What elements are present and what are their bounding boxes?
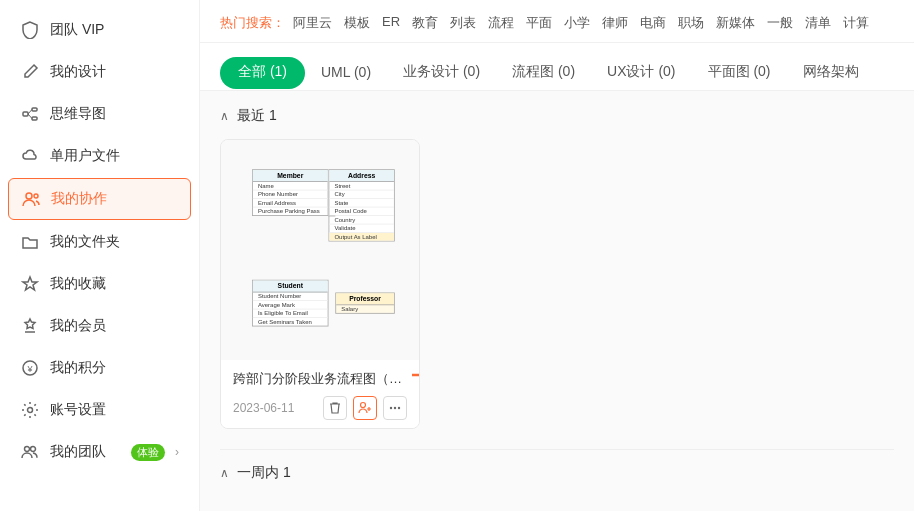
design-card-1[interactable]: Member Name Phone Number Email Address P… — [220, 139, 420, 429]
sidebar-item-label: 我的设计 — [50, 63, 179, 81]
sidebar-item-team-vip[interactable]: 团队 VIP — [0, 10, 199, 50]
svg-text:¥: ¥ — [26, 364, 33, 374]
top-bar: 热门搜索： 阿里云 模板 ER 教育 列表 流程 平面 小学 律师 电商 职场 … — [200, 0, 914, 43]
svg-point-5 — [26, 193, 32, 199]
collect-icon — [20, 274, 40, 294]
tab-network[interactable]: 网络架构 — [787, 55, 875, 91]
section-week: ∧ 一周内 1 — [220, 464, 894, 482]
pencil-icon — [20, 62, 40, 82]
hot-label: 热门搜索： — [220, 14, 285, 32]
hot-item-10[interactable]: 职场 — [678, 14, 704, 32]
sidebar-item-label: 单用户文件 — [50, 147, 179, 165]
member-icon — [20, 316, 40, 336]
tab-uml[interactable]: UML (0) — [305, 56, 387, 90]
svg-point-17 — [394, 407, 396, 409]
more-button[interactable] — [383, 396, 407, 420]
sidebar-item-label: 我的团队 — [50, 443, 121, 461]
hot-item-11[interactable]: 新媒体 — [716, 14, 755, 32]
hot-item-12[interactable]: 一般 — [767, 14, 793, 32]
hot-item-5[interactable]: 流程 — [488, 14, 514, 32]
section-title-week: 一周内 1 — [237, 464, 291, 482]
uml-diagram: Member Name Phone Number Email Address P… — [244, 165, 397, 335]
svg-point-9 — [28, 408, 33, 413]
svg-rect-2 — [32, 117, 37, 120]
sidebar-item-my-design[interactable]: 我的设计 — [0, 52, 199, 92]
hot-item-0[interactable]: 阿里云 — [293, 14, 332, 32]
hot-item-6[interactable]: 平面 — [526, 14, 552, 32]
mindmap-icon — [20, 104, 40, 124]
section-recent: ∧ 最近 1 — [220, 107, 894, 125]
tab-ux[interactable]: UX设计 (0) — [591, 55, 691, 91]
hot-item-7[interactable]: 小学 — [564, 14, 590, 32]
points-icon: ¥ — [20, 358, 40, 378]
hot-search: 热门搜索： 阿里云 模板 ER 教育 列表 流程 平面 小学 律师 电商 职场 … — [220, 14, 894, 32]
card-date-1: 2023-06-11 — [233, 401, 294, 415]
main-content: 热门搜索： 阿里云 模板 ER 教育 列表 流程 平面 小学 律师 电商 职场 … — [200, 0, 914, 511]
svg-point-16 — [390, 407, 392, 409]
sidebar-item-my-collab[interactable]: 我的协作 — [8, 178, 191, 220]
delete-button[interactable] — [323, 396, 347, 420]
sidebar-item-my-member[interactable]: 我的会员 — [0, 306, 199, 346]
hot-items: 阿里云 模板 ER 教育 列表 流程 平面 小学 律师 电商 职场 新媒体 一般… — [293, 14, 869, 32]
svg-point-11 — [31, 447, 36, 452]
team-badge: 体验 — [131, 444, 165, 461]
card-actions-1 — [323, 396, 407, 420]
card-grid-recent: Member Name Phone Number Email Address P… — [220, 139, 894, 429]
tab-flowchart[interactable]: 流程图 (0) — [496, 55, 591, 91]
svg-point-10 — [25, 447, 30, 452]
filter-bar: 全部 (1) UML (0) 业务设计 (0) 流程图 (0) UX设计 (0)… — [200, 43, 914, 91]
collab-icon — [21, 189, 41, 209]
card-info-1: 跨部门分阶段业务流程图（泳道... 2023-06-11 — [221, 360, 419, 428]
hot-item-9[interactable]: 电商 — [640, 14, 666, 32]
card-title-1: 跨部门分阶段业务流程图（泳道... — [233, 370, 407, 388]
add-collaborator-button[interactable] — [353, 396, 377, 420]
sidebar-item-my-team[interactable]: 我的团队 体验 › — [0, 432, 199, 472]
sidebar: 团队 VIP 我的设计 思维导图 单用户文件 我的协作 我的文件夹 — [0, 0, 200, 511]
tab-business[interactable]: 业务设计 (0) — [387, 55, 496, 91]
sidebar-item-label: 我的文件夹 — [50, 233, 179, 251]
gear-icon — [20, 400, 40, 420]
sidebar-item-my-folder[interactable]: 我的文件夹 — [0, 222, 199, 262]
folder-icon — [20, 232, 40, 252]
sidebar-item-account[interactable]: 账号设置 — [0, 390, 199, 430]
svg-line-3 — [28, 110, 32, 115]
cloud-icon — [20, 146, 40, 166]
hot-item-14[interactable]: 计算 — [843, 14, 869, 32]
collapse-arrow-week[interactable]: ∧ — [220, 466, 229, 480]
sidebar-item-label: 我的收藏 — [50, 275, 179, 293]
sidebar-item-mind-map[interactable]: 思维导图 — [0, 94, 199, 134]
sidebar-item-my-collect[interactable]: 我的收藏 — [0, 264, 199, 304]
hot-item-1[interactable]: 模板 — [344, 14, 370, 32]
card-footer-1: 2023-06-11 — [233, 396, 407, 420]
sidebar-item-my-points[interactable]: ¥ 我的积分 — [0, 348, 199, 388]
svg-line-4 — [28, 114, 32, 119]
hot-item-8[interactable]: 律师 — [602, 14, 628, 32]
tab-all[interactable]: 全部 (1) — [220, 57, 305, 89]
hot-item-2[interactable]: ER — [382, 14, 400, 32]
sidebar-item-label: 账号设置 — [50, 401, 179, 419]
chevron-right-icon: › — [175, 445, 179, 459]
svg-rect-1 — [32, 108, 37, 111]
sidebar-item-label: 思维导图 — [50, 105, 179, 123]
collapse-arrow[interactable]: ∧ — [220, 109, 229, 123]
sidebar-item-label: 团队 VIP — [50, 21, 179, 39]
sidebar-item-label: 我的会员 — [50, 317, 179, 335]
team-icon — [20, 442, 40, 462]
content-area: ∧ 最近 1 Member Name Phone Number Email Ad… — [200, 91, 914, 511]
section-divider — [220, 449, 894, 450]
svg-rect-0 — [23, 112, 28, 116]
svg-point-13 — [361, 403, 366, 408]
section-title: 最近 1 — [237, 107, 277, 125]
sidebar-item-label: 我的积分 — [50, 359, 179, 377]
hot-item-3[interactable]: 教育 — [412, 14, 438, 32]
hot-item-4[interactable]: 列表 — [450, 14, 476, 32]
svg-point-6 — [34, 194, 38, 198]
hot-item-13[interactable]: 清单 — [805, 14, 831, 32]
shield-icon — [20, 20, 40, 40]
svg-point-18 — [398, 407, 400, 409]
card-preview-1: Member Name Phone Number Email Address P… — [221, 140, 419, 360]
sidebar-item-single-file[interactable]: 单用户文件 — [0, 136, 199, 176]
sidebar-item-label: 我的协作 — [51, 190, 178, 208]
tab-flatdesign[interactable]: 平面图 (0) — [692, 55, 787, 91]
